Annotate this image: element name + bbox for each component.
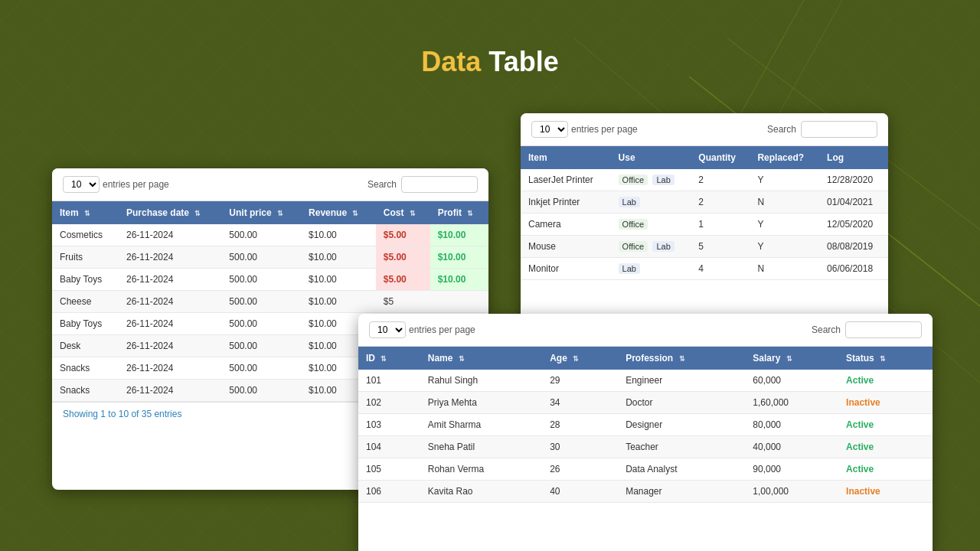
inventory-col-quantity[interactable]: Quantity	[691, 146, 750, 169]
cell-quantity: 2	[691, 169, 750, 191]
page-title: Data Table	[421, 46, 558, 78]
purchases-col-item[interactable]: Item ⇅	[52, 201, 119, 224]
status-badge: Active	[846, 419, 874, 430]
purchases-header-row: Item ⇅ Purchase date ⇅ Unit price ⇅ Reve…	[52, 201, 488, 224]
employees-col-salary[interactable]: Salary ⇅	[745, 347, 838, 370]
employees-col-status[interactable]: Status ⇅	[838, 347, 933, 370]
cell-salary: 60,000	[745, 370, 838, 392]
cell-date: 26-11-2024	[119, 357, 221, 380]
sort-icon: ⇅	[679, 355, 685, 363]
purchases-per-page-select[interactable]: 10 25 50	[63, 176, 100, 193]
cell-use: Lab	[611, 258, 691, 280]
cell-id: 102	[358, 392, 420, 414]
employees-col-name[interactable]: Name ⇅	[420, 347, 542, 370]
table-row: 103 Amit Sharma 28 Designer 80,000 Activ…	[358, 414, 933, 436]
purchases-search-area: Search	[368, 176, 478, 193]
employees-col-profession[interactable]: Profession ⇅	[618, 347, 745, 370]
purchases-col-revenue[interactable]: Revenue ⇅	[301, 201, 376, 224]
cell-name: Priya Mehta	[420, 392, 542, 414]
cell-date: 26-11-2024	[119, 291, 221, 313]
employees-col-age[interactable]: Age ⇅	[542, 347, 618, 370]
table-row: Inkjet Printer Lab 2 N 01/04/2021	[521, 191, 888, 214]
purchases-col-date[interactable]: Purchase date ⇅	[119, 201, 221, 224]
status-badge: Inactive	[846, 397, 880, 408]
inventory-entries-label: entries per page	[571, 124, 638, 135]
cell-age: 26	[542, 458, 618, 481]
cell-item: LaserJet Printer	[521, 169, 611, 191]
sort-icon: ⇅	[467, 210, 473, 217]
sort-icon: ⇅	[381, 355, 387, 363]
cell-id: 103	[358, 414, 420, 436]
employees-entries-select: 10 25 entries per page	[369, 321, 475, 338]
cell-unit-price: 500.00	[221, 313, 301, 335]
purchases-col-profit[interactable]: Profit ⇅	[430, 201, 488, 224]
cell-log: 12/28/2020	[819, 169, 888, 191]
cell-id: 105	[358, 458, 420, 481]
status-badge: Active	[846, 464, 874, 474]
cell-profession: Teacher	[618, 436, 745, 458]
table-row: 101 Rahul Singh 29 Engineer 60,000 Activ…	[358, 370, 933, 392]
table-row: Fruits 26-11-2024 500.00 $10.00 $5.00 $1…	[52, 246, 488, 269]
employees-search-area: Search	[812, 321, 922, 338]
cell-item: Snacks	[52, 380, 119, 402]
employees-card: 10 25 entries per page Search ID ⇅ Name …	[358, 314, 933, 551]
cell-log: 06/06/2018	[819, 258, 888, 280]
cell-use: Office Lab	[611, 236, 691, 258]
cell-id: 106	[358, 481, 420, 503]
cell-replaced: N	[750, 191, 819, 214]
cell-name: Amit Sharma	[420, 414, 542, 436]
cell-revenue: $10.00	[301, 224, 376, 246]
cell-profit: $10.00	[430, 246, 488, 269]
cell-profession: Doctor	[618, 392, 745, 414]
cell-id: 101	[358, 370, 420, 392]
sort-icon: ⇅	[786, 355, 792, 363]
cell-status: Inactive	[838, 392, 933, 414]
cell-status: Active	[838, 414, 933, 436]
purchases-col-unit-price[interactable]: Unit price ⇅	[221, 201, 301, 224]
cell-salary: 90,000	[745, 458, 838, 481]
inventory-search-label: Search	[767, 124, 796, 135]
cell-item: Inkjet Printer	[521, 191, 611, 214]
cell-date: 26-11-2024	[119, 246, 221, 269]
employees-search-input[interactable]	[845, 321, 922, 338]
inventory-search-input[interactable]	[801, 121, 877, 138]
employees-col-id[interactable]: ID ⇅	[358, 347, 420, 370]
cell-salary: 40,000	[745, 436, 838, 458]
purchases-col-cost[interactable]: Cost ⇅	[376, 201, 430, 224]
cell-profession: Manager	[618, 481, 745, 503]
inventory-col-item[interactable]: Item	[521, 146, 611, 169]
cell-replaced: Y	[750, 169, 819, 191]
inventory-controls: 10 25 entries per page Search	[521, 113, 888, 146]
cell-item: Desk	[52, 335, 119, 357]
cell-log: 01/04/2021	[819, 191, 888, 214]
table-row: Baby Toys 26-11-2024 500.00 $10.00 $5.00…	[52, 269, 488, 291]
sort-icon: ⇅	[277, 210, 283, 217]
purchases-search-label: Search	[368, 179, 397, 190]
inventory-col-replaced[interactable]: Replaced?	[750, 146, 819, 169]
cell-unit-price: 500.00	[221, 224, 301, 246]
cell-item: Snacks	[52, 357, 119, 380]
cell-salary: 1,00,000	[745, 481, 838, 503]
table-row: 102 Priya Mehta 34 Doctor 1,60,000 Inact…	[358, 392, 933, 414]
table-row: Cosmetics 26-11-2024 500.00 $10.00 $5.00…	[52, 224, 488, 246]
cell-item: Cheese	[52, 291, 119, 313]
purchases-search-input[interactable]	[401, 176, 478, 193]
cell-item: Baby Toys	[52, 269, 119, 291]
cell-item: Baby Toys	[52, 313, 119, 335]
cell-quantity: 5	[691, 236, 750, 258]
inventory-per-page-select[interactable]: 10 25	[531, 121, 568, 138]
inventory-col-log[interactable]: Log	[819, 146, 888, 169]
cell-unit-price: 500.00	[221, 291, 301, 313]
purchases-controls: 10 25 50 entries per page Search	[52, 168, 488, 201]
cell-use: Office Lab	[611, 169, 691, 191]
cell-replaced: Y	[750, 214, 819, 236]
inventory-col-use[interactable]: Use	[611, 146, 691, 169]
cell-id: 104	[358, 436, 420, 458]
cell-date: 26-11-2024	[119, 269, 221, 291]
cell-quantity: 2	[691, 191, 750, 214]
cell-date: 26-11-2024	[119, 313, 221, 335]
employees-header-row: ID ⇅ Name ⇅ Age ⇅ Profession ⇅ Salary ⇅ …	[358, 347, 933, 370]
employees-per-page-select[interactable]: 10 25	[369, 321, 406, 338]
cell-log: 12/05/2020	[819, 214, 888, 236]
status-badge: Active	[846, 375, 874, 386]
